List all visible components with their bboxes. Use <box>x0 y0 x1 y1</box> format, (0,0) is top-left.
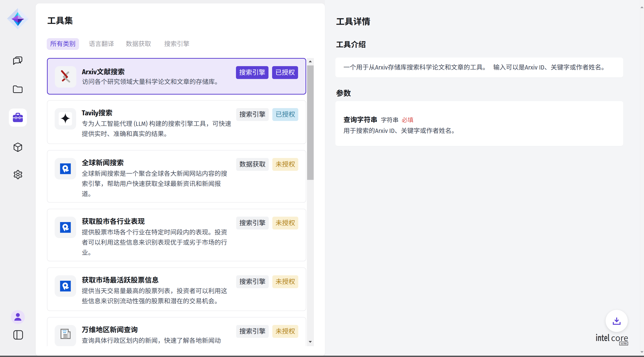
svg-text:intel: intel <box>596 332 610 344</box>
svg-text:ULTRA: ULTRA <box>621 342 627 345</box>
svg-text:NEW: NEW <box>63 332 66 334</box>
